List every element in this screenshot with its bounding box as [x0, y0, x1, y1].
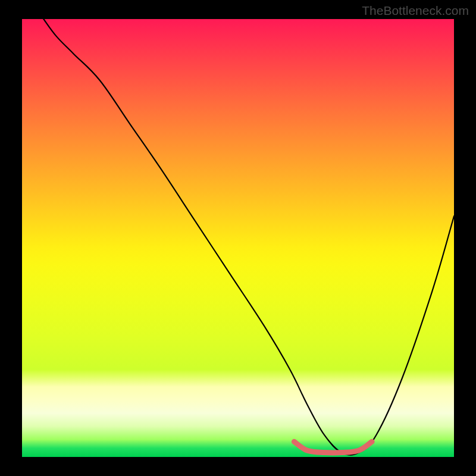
- optimal-range-highlight: [294, 441, 372, 453]
- chart-plot-area: [22, 19, 454, 457]
- chart-svg: [22, 19, 454, 457]
- watermark-text: TheBottleneck.com: [362, 4, 469, 18]
- bottleneck-curve: [43, 19, 454, 455]
